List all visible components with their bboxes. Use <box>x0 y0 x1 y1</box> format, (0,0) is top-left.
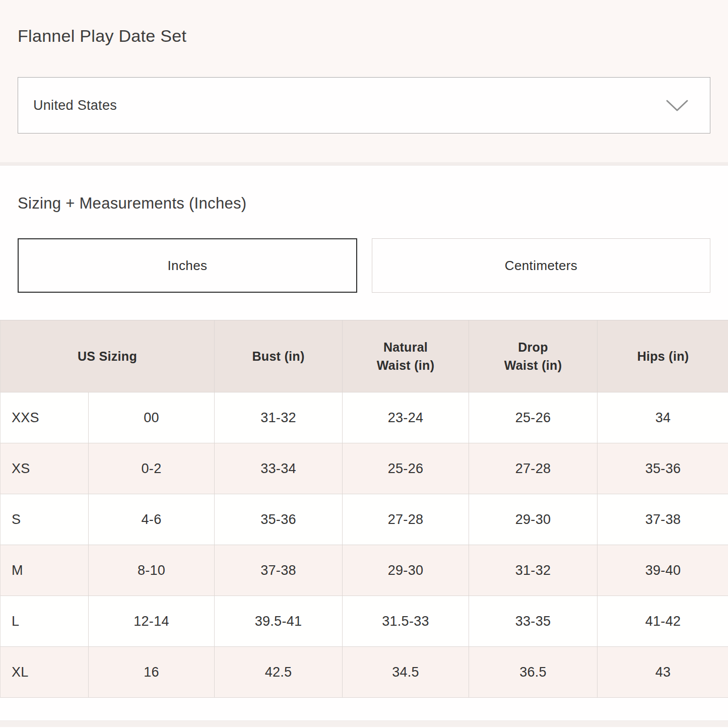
table-cell-natural-waist: 25-26 <box>343 443 469 494</box>
table-cell-drop-waist: 36.5 <box>469 647 598 698</box>
table-cell-us-size: 0-2 <box>89 443 215 494</box>
table-cell-us-size: 4-6 <box>89 494 215 545</box>
centimeters-toggle-button[interactable]: Centimeters <box>372 238 710 293</box>
section-divider <box>0 162 728 166</box>
table-cell-us-size: 8-10 <box>89 545 215 596</box>
table-cell-size: S <box>1 494 89 545</box>
table-cell-natural-waist: 23-24 <box>343 392 469 443</box>
table-cell-size: XXS <box>1 392 89 443</box>
table-cell-us-size: 12-14 <box>89 596 215 647</box>
table-cell-natural-waist: 31.5-33 <box>343 596 469 647</box>
table-cell-hips: 37-38 <box>598 494 728 545</box>
table-cell-natural-waist: 34.5 <box>343 647 469 698</box>
table-cell-bust: 33-34 <box>215 443 343 494</box>
size-table: US Sizing Bust (in) Natural Waist (in) D… <box>0 320 728 698</box>
country-select-value: United States <box>33 98 117 113</box>
table-cell-bust: 37-38 <box>215 545 343 596</box>
table-cell-us-size: 16 <box>89 647 215 698</box>
chevron-down-icon <box>666 98 689 112</box>
column-header-bust: Bust (in) <box>215 320 343 392</box>
page-title: Flannel Play Date Set <box>18 0 710 46</box>
table-cell-size: M <box>1 545 89 596</box>
table-cell-size: XS <box>1 443 89 494</box>
table-cell-bust: 39.5-41 <box>215 596 343 647</box>
country-select[interactable]: United States <box>18 77 710 134</box>
cropped-next-section-edge <box>0 720 728 727</box>
column-header-us-sizing: US Sizing <box>1 320 215 392</box>
table-cell-drop-waist: 29-30 <box>469 494 598 545</box>
table-cell-natural-waist: 29-30 <box>343 545 469 596</box>
table-cell-hips: 41-42 <box>598 596 728 647</box>
table-cell-drop-waist: 31-32 <box>469 545 598 596</box>
table-cell-hips: 34 <box>598 392 728 443</box>
table-cell-size: L <box>1 596 89 647</box>
sizing-section-heading: Sizing + Measurements (Inches) <box>18 166 710 213</box>
table-cell-hips: 35-36 <box>598 443 728 494</box>
product-header-section: Flannel Play Date Set United States <box>0 0 728 162</box>
table-cell-hips: 39-40 <box>598 545 728 596</box>
table-cell-drop-waist: 27-28 <box>469 443 598 494</box>
table-cell-hips: 43 <box>598 647 728 698</box>
table-cell-bust: 31-32 <box>215 392 343 443</box>
table-cell-drop-waist: 25-26 <box>469 392 598 443</box>
table-cell-bust: 35-36 <box>215 494 343 545</box>
table-cell-bust: 42.5 <box>215 647 343 698</box>
column-header-natural-waist: Natural Waist (in) <box>343 320 469 392</box>
column-header-drop-waist: Drop Waist (in) <box>469 320 598 392</box>
table-cell-natural-waist: 27-28 <box>343 494 469 545</box>
inches-toggle-button[interactable]: Inches <box>18 238 357 293</box>
table-cell-us-size: 00 <box>89 392 215 443</box>
table-cell-size: XL <box>1 647 89 698</box>
unit-toggle: Inches Centimeters <box>18 238 710 293</box>
column-header-hips: Hips (in) <box>598 320 728 392</box>
table-cell-drop-waist: 33-35 <box>469 596 598 647</box>
